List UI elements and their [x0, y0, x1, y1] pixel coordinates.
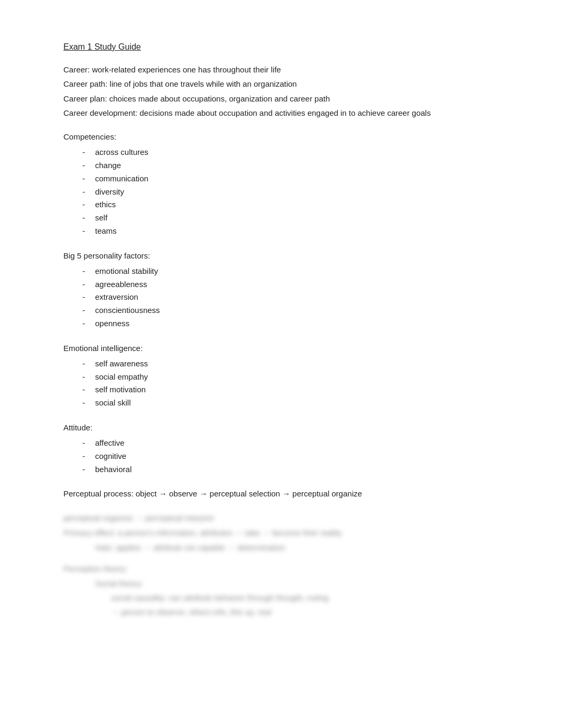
career-def-3: Career plan: choices made about occupati…	[63, 93, 498, 105]
blurred-line-1: perceptual organize → perceptual interpr…	[63, 512, 498, 524]
list-item: self awareness	[63, 357, 498, 371]
list-item: conscientiousness	[63, 304, 498, 317]
list-item: social empathy	[63, 371, 498, 384]
competencies-list: across cultures change communication div…	[63, 146, 498, 237]
list-item: social skill	[63, 397, 498, 410]
list-item: openness	[63, 317, 498, 330]
blurred-block-2: Perception theory: Social theory: social…	[63, 563, 498, 619]
list-item: ethics	[63, 198, 498, 211]
list-item: change	[63, 159, 498, 172]
list-item: extraversion	[63, 291, 498, 304]
list-item: across cultures	[63, 146, 498, 159]
blurred-block2-item-1: social causality: can attribute behavior…	[63, 592, 498, 604]
list-item: affective	[63, 437, 498, 450]
list-item: diversity	[63, 186, 498, 199]
big5-list: emotional stability agreeableness extrav…	[63, 265, 498, 330]
competencies-header: Competencies:	[63, 131, 498, 143]
career-def-1: Career: work-related experiences one has…	[63, 63, 498, 76]
blurred-block2-header: Perception theory:	[63, 563, 498, 575]
list-item: communication	[63, 172, 498, 186]
blurred-block2-item-2: → person to observe: others info, this u…	[63, 606, 498, 619]
competencies-section: Competencies: across cultures change com…	[63, 131, 498, 238]
career-def-2: Career path: line of jobs that one trave…	[63, 78, 498, 90]
list-item: emotional stability	[63, 265, 498, 278]
list-item: teams	[63, 225, 498, 238]
attitude-list: affective cognitive behavioral	[63, 437, 498, 476]
big5-header: Big 5 personality factors:	[63, 250, 498, 262]
blurred-line-2: Primacy effect: a person's information, …	[63, 527, 498, 539]
blurred-block-1: perceptual organize → perceptual interpr…	[63, 512, 498, 554]
blurred-line-3: Halo: applies → attribute not capable → …	[63, 541, 498, 554]
page-title: Exam 1 Study Guide	[63, 42, 141, 52]
blurred-block2-sub: Social theory:	[63, 577, 498, 590]
list-item: behavioral	[63, 463, 498, 476]
list-item: agreeableness	[63, 278, 498, 291]
big5-section: Big 5 personality factors: emotional sta…	[63, 250, 498, 330]
perceptual-line: Perceptual process: object → observe → p…	[63, 487, 498, 500]
list-item: cognitive	[63, 450, 498, 463]
list-item: self	[63, 211, 498, 225]
emotional-intel-list: self awareness social empathy self motiv…	[63, 357, 498, 410]
emotional-intelligence-section: Emotional intelligence: self awareness s…	[63, 342, 498, 410]
list-item: self motivation	[63, 383, 498, 397]
career-def-4: Career development: decisions made about…	[63, 107, 498, 119]
perceptual-section: Perceptual process: object → observe → p…	[63, 487, 498, 500]
attitude-section: Attitude: affective cognitive behavioral	[63, 421, 498, 476]
attitude-header: Attitude:	[63, 421, 498, 434]
career-definitions-section: Career: work-related experiences one has…	[63, 63, 498, 119]
emotional-intel-header: Emotional intelligence:	[63, 342, 498, 354]
